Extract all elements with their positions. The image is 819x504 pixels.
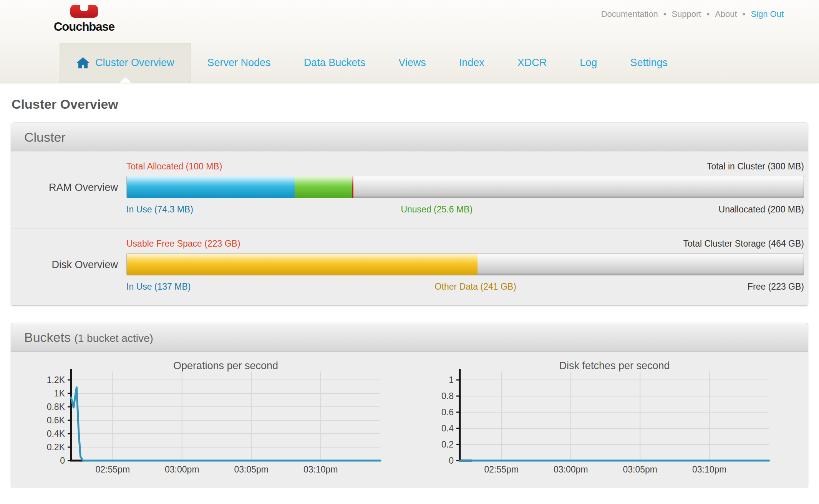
tab-index[interactable]: Index: [443, 43, 501, 83]
svg-text:0.4: 0.4: [441, 423, 454, 433]
page-content: Cluster Overview Cluster RAM Overview To…: [0, 83, 819, 487]
couchbase-couch-icon: [70, 5, 98, 18]
svg-text:02:55pm: 02:55pm: [96, 464, 130, 474]
svg-text:0.8K: 0.8K: [47, 402, 65, 412]
tab-server-nodes[interactable]: Server Nodes: [191, 43, 287, 83]
tab-label: Settings: [630, 57, 668, 69]
tab-label: Server Nodes: [207, 57, 271, 69]
home-icon: [76, 57, 90, 69]
tab-log[interactable]: Log: [563, 43, 613, 83]
ram-allocated-marker: [352, 176, 353, 198]
buckets-panel-title: Buckets: [24, 330, 71, 345]
support-link[interactable]: Support: [671, 9, 701, 19]
tab-label: Data Buckets: [304, 57, 366, 69]
ram-in-use-segment: [127, 176, 295, 198]
svg-text:03:00pm: 03:00pm: [165, 464, 199, 474]
svg-text:03:10pm: 03:10pm: [303, 464, 338, 474]
disk-overview-label: Disk Overview: [11, 259, 126, 271]
ram-unallocated-label: Unallocated (200 MB): [719, 204, 804, 215]
svg-text:03:00pm: 03:00pm: [554, 464, 588, 474]
svg-text:0.6: 0.6: [441, 407, 454, 417]
ram-in-use-label: In Use (74.3 MB): [126, 204, 193, 215]
ram-total-allocated-label: Total Allocated (100 MB): [126, 161, 222, 172]
disk-usage-bar: [126, 253, 804, 275]
ram-unused-segment: [295, 176, 352, 198]
ram-overview-label: RAM Overview: [11, 182, 126, 194]
tab-label: Cluster Overview: [95, 57, 174, 69]
disk-usable-free-space-label: Usable Free Space (223 GB): [126, 239, 240, 249]
documentation-link[interactable]: Documentation: [601, 9, 658, 19]
tab-cluster-overview[interactable]: Cluster Overview: [60, 43, 191, 83]
tab-settings[interactable]: Settings: [613, 43, 684, 83]
buckets-panel-body: 1.2K1K0.8K0.6K0.4K0.2K002:55pm03:00pm03:…: [11, 351, 808, 487]
cluster-panel-body: RAM Overview Total Allocated (100 MB) To…: [11, 151, 808, 305]
cluster-panel-header: Cluster: [11, 123, 808, 151]
svg-text:1: 1: [449, 375, 454, 385]
buckets-panel: Buckets (1 bucket active) 1.2K1K0.8K0.6K…: [11, 323, 808, 487]
tab-label: Log: [580, 57, 597, 69]
utility-links: Documentation • Support • About • Sign O…: [601, 9, 784, 19]
tab-label: XDCR: [517, 57, 547, 69]
svg-text:02:55pm: 02:55pm: [484, 464, 519, 474]
svg-text:03:10pm: 03:10pm: [692, 464, 727, 474]
svg-text:0.2: 0.2: [441, 439, 454, 449]
cluster-panel: Cluster RAM Overview Total Allocated (10…: [11, 123, 808, 306]
ram-total-in-cluster-label: Total in Cluster (300 MB): [707, 161, 804, 172]
svg-text:0: 0: [60, 456, 65, 466]
svg-text:Disk fetches per second: Disk fetches per second: [559, 360, 670, 371]
svg-text:03:05pm: 03:05pm: [234, 464, 269, 474]
disk-used-segment: [127, 254, 477, 275]
buckets-active-count: (1 bucket active): [74, 332, 153, 344]
ram-bar-area: Total Allocated (100 MB) Total in Cluste…: [126, 161, 804, 217]
ram-unused-label: Unused (25.6 MB): [401, 204, 472, 215]
ram-overview-section: RAM Overview Total Allocated (100 MB) To…: [11, 151, 808, 228]
sign-out-link[interactable]: Sign Out: [751, 9, 784, 19]
brand-name: Couchbase: [50, 20, 118, 34]
tab-xdcr[interactable]: XDCR: [501, 43, 564, 83]
link-separator: •: [743, 9, 746, 19]
svg-text:1K: 1K: [54, 388, 65, 398]
disk-total-storage-label: Total Cluster Storage (464 GB): [683, 239, 804, 249]
cluster-panel-title: Cluster: [24, 130, 66, 144]
main-nav: Cluster Overview Server Nodes Data Bucke…: [0, 43, 819, 83]
link-separator: •: [706, 9, 710, 19]
svg-text:0.2K: 0.2K: [47, 442, 65, 452]
tab-label: Views: [398, 57, 426, 69]
operations-per-second-chart: 1.2K1K0.8K0.6K0.4K0.2K002:55pm03:00pm03:…: [33, 356, 398, 483]
disk-in-use-label: In Use (137 MB): [126, 282, 191, 292]
svg-text:1.2K: 1.2K: [47, 375, 65, 385]
about-link[interactable]: About: [715, 9, 737, 19]
couchbase-logo[interactable]: Couchbase: [50, 5, 118, 34]
page-title: Cluster Overview: [0, 83, 819, 123]
svg-text:0: 0: [449, 456, 454, 466]
buckets-panel-header: Buckets (1 bucket active): [11, 323, 808, 351]
disk-overview-section: Disk Overview Usable Free Space (223 GB)…: [11, 228, 808, 305]
ram-usage-bar: [126, 176, 804, 198]
disk-bar-area: Usable Free Space (223 GB) Total Cluster…: [126, 238, 804, 295]
link-separator: •: [663, 9, 666, 19]
disk-other-data-label: Other Data (241 GB): [435, 282, 516, 292]
top-header: Couchbase Documentation • Support • Abou…: [0, 0, 819, 43]
svg-text:0.8: 0.8: [441, 391, 454, 401]
tab-label: Index: [459, 57, 484, 69]
tab-data-buckets[interactable]: Data Buckets: [287, 43, 382, 83]
svg-text:0.6K: 0.6K: [47, 415, 65, 425]
svg-text:Operations per second: Operations per second: [173, 360, 278, 371]
disk-fetches-per-second-chart: 10.80.60.40.2002:55pm03:00pm03:05pm03:10…: [421, 356, 786, 483]
svg-text:03:05pm: 03:05pm: [623, 464, 658, 474]
svg-text:0.4K: 0.4K: [47, 429, 65, 439]
tab-views[interactable]: Views: [382, 43, 443, 83]
disk-free-label: Free (223 GB): [748, 282, 804, 292]
